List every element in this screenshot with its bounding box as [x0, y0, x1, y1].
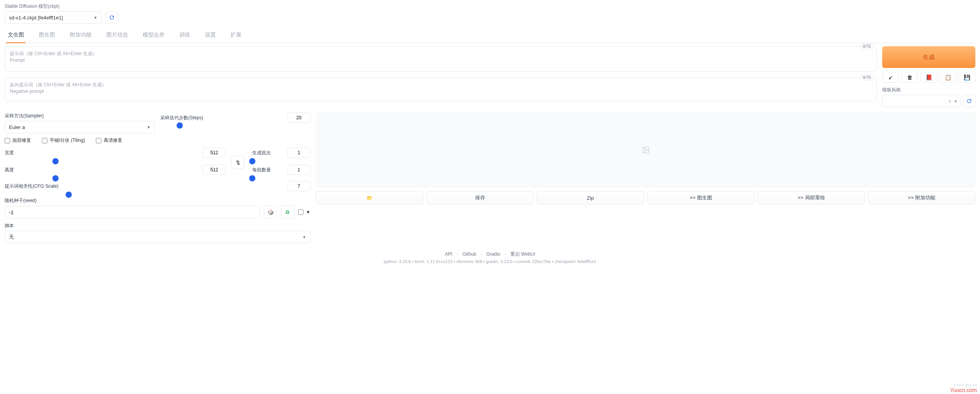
random-seed-button[interactable]: 🎲 — [264, 206, 277, 219]
tab-extensions[interactable]: 扩展 — [229, 28, 243, 43]
tab-pnginfo[interactable]: 图片信息 — [105, 28, 130, 43]
prompt-input[interactable]: 提示词（按 Ctrl+Enter 或 Alt+Enter 生成） Prompt — [5, 46, 877, 72]
recycle-icon: ♻ — [285, 209, 290, 215]
main-tabs: 文生图 图生图 附加功能 图片信息 模型合并 训练 设置 扩展 — [5, 28, 975, 43]
dice-icon: 🎲 — [267, 209, 274, 215]
footer-info: python: 3.10.6 • torch: 1.11.0+cu113 • x… — [5, 259, 975, 264]
batch-size-input[interactable] — [287, 165, 310, 175]
batch-count-label: 生成批次 — [252, 150, 271, 156]
reuse-seed-button[interactable]: ♻ — [281, 206, 294, 219]
book-icon: 📕 — [926, 74, 932, 80]
tab-txt2img[interactable]: 文生图 — [6, 28, 26, 43]
folder-icon: 📁 — [366, 195, 373, 201]
footer-link-gradio[interactable]: Gradio — [486, 251, 500, 257]
save-style-button[interactable]: 💾 — [959, 72, 975, 83]
height-input[interactable] — [203, 165, 226, 175]
save-icon: 💾 — [964, 74, 970, 80]
model-label: Stable Diffusion 模型(ckpt) — [5, 3, 102, 10]
footer-link-github[interactable]: Github — [463, 251, 476, 257]
refresh-style-button[interactable] — [963, 95, 975, 107]
image-icon — [642, 146, 650, 154]
send-extras-button[interactable]: >> 附加功能 — [868, 191, 976, 204]
styles-button[interactable]: 📕 — [920, 72, 937, 83]
open-folder-button[interactable]: 📁 — [316, 191, 423, 204]
tab-settings[interactable]: 设置 — [203, 28, 217, 43]
send-img2img-button[interactable]: >> 图生图 — [647, 191, 755, 204]
footer-link-api[interactable]: API — [445, 251, 452, 257]
swap-dims-button[interactable]: ⇅ — [231, 156, 245, 169]
seed-extra-checkbox[interactable]: ▼ — [298, 209, 310, 215]
cfg-input[interactable] — [287, 181, 310, 191]
batch-count-input[interactable] — [287, 148, 310, 158]
neg-prompt-input[interactable]: 反向提示词（按 Ctrl+Enter 或 Alt+Enter 生成） Negat… — [5, 77, 877, 101]
chevron-down-icon: ▼ — [302, 235, 306, 239]
width-label: 宽度 — [5, 150, 14, 156]
model-select[interactable]: sd-v1-4.ckpt [fe4efff1e1] ▼ — [5, 11, 102, 24]
seed-label: 随机种子(seed) — [5, 197, 310, 204]
zip-button[interactable]: Zip — [537, 191, 644, 204]
refresh-icon — [966, 98, 972, 104]
neg-prompt-counter: 0/75 — [860, 74, 874, 80]
svg-point-1 — [644, 148, 645, 150]
chevron-down-icon: ▼ — [147, 125, 151, 129]
clear-prompt-button[interactable]: 🗑 — [901, 72, 918, 83]
model-value: sd-v1-4.ckpt [fe4efff1e1] — [9, 15, 63, 21]
trash-icon: 🗑 — [907, 74, 912, 80]
prompt-counter: 0/75 — [860, 43, 874, 49]
tiling-checkbox[interactable]: 平铺/分块 (Tiling) — [42, 137, 85, 144]
tab-merge[interactable]: 模型合并 — [141, 28, 166, 43]
clipboard-icon: 📋 — [945, 74, 951, 80]
apply-prompt-button[interactable]: ↙ — [882, 72, 899, 83]
chevron-down-icon: ▾ — [954, 98, 957, 104]
style-label: 模板风格 — [882, 87, 975, 93]
footer: API · Github · Gradio · 重启 WebUI python:… — [5, 251, 975, 264]
chevron-down-icon: ▼ — [94, 16, 97, 20]
steps-label: 采样迭代步数(Steps) — [160, 115, 203, 121]
tab-extras[interactable]: 附加功能 — [68, 28, 93, 43]
footer-link-restart[interactable]: 重启 WebUI — [510, 251, 535, 257]
script-label: 脚本 — [5, 223, 310, 229]
output-preview — [316, 113, 975, 187]
steps-input[interactable] — [287, 113, 310, 123]
refresh-icon — [109, 14, 115, 21]
script-select[interactable]: 无 ▼ — [5, 231, 310, 243]
cfg-label: 提示词相关性(CFG Scale) — [5, 183, 59, 190]
paste-button[interactable]: 📋 — [940, 72, 956, 83]
style-select[interactable]: × ▾ — [882, 95, 961, 107]
seed-input[interactable] — [5, 206, 260, 218]
batch-size-label: 每批数量 — [252, 167, 271, 173]
width-input[interactable] — [203, 148, 226, 158]
tab-train[interactable]: 训练 — [178, 28, 192, 43]
save-button[interactable]: 保存 — [427, 191, 534, 204]
arrow-icon: ↙ — [888, 74, 893, 80]
hires-checkbox[interactable]: 高清修复 — [96, 137, 122, 144]
refresh-model-button[interactable] — [106, 11, 118, 24]
sampler-label: 采样方法(Sampler) — [5, 113, 155, 119]
clear-style-icon[interactable]: × — [948, 98, 951, 104]
height-label: 高度 — [5, 167, 14, 173]
generate-button[interactable]: 生成 — [882, 46, 975, 68]
tab-img2img[interactable]: 图生图 — [37, 28, 57, 43]
face-restore-checkbox[interactable]: 面部修复 — [5, 137, 31, 144]
sampler-select[interactable]: Euler a ▼ — [5, 121, 155, 133]
send-inpaint-button[interactable]: >> 局部重绘 — [758, 191, 865, 204]
swap-icon: ⇅ — [236, 160, 240, 166]
